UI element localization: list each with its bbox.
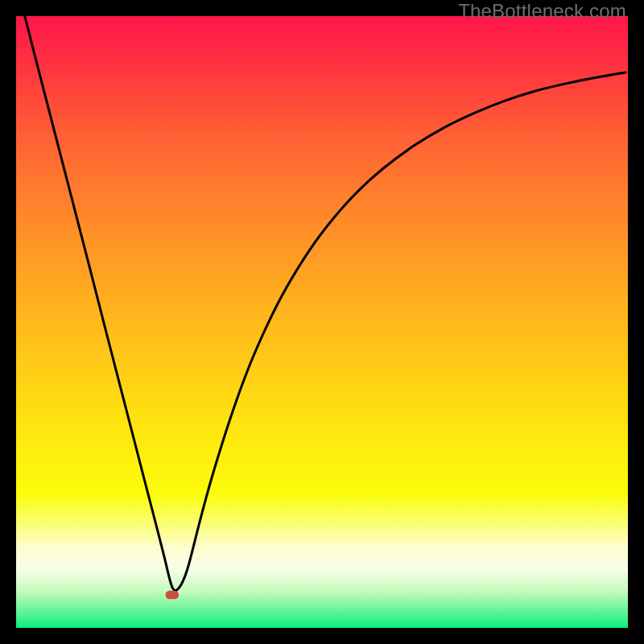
chart-frame [16,16,628,628]
chart-plot [16,16,628,628]
chart-background [16,16,628,628]
minimum-marker [165,591,179,600]
watermark-text: TheBottleneck.com [458,0,626,23]
